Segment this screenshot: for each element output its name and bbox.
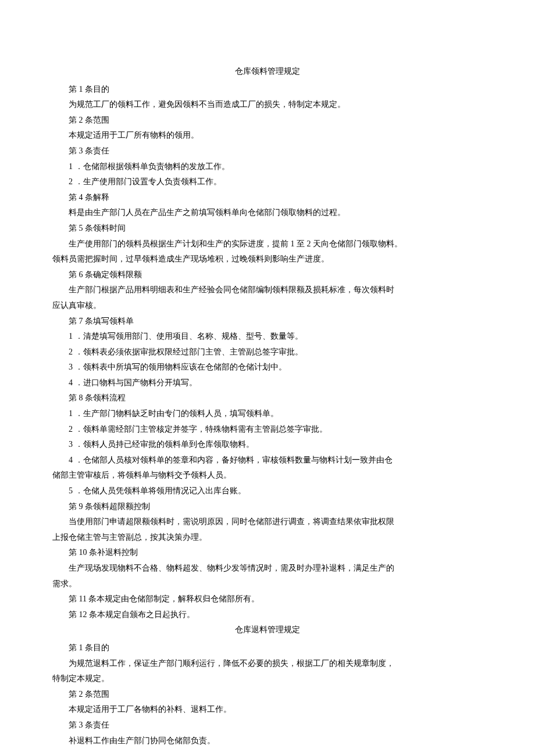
doc2-article-3-heading: 第 3 条责任 (52, 718, 483, 733)
article-1-heading: 第 1 条目的 (52, 82, 483, 98)
article-3-heading: 第 3 条责任 (52, 144, 483, 159)
doc1-title: 仓库领料管理规定 (52, 64, 483, 80)
doc2-article-1-text-line2: 特制定本规定。 (52, 671, 483, 687)
article-2-heading: 第 2 条范围 (52, 113, 483, 128)
article-6-text-line2: 应认真审核。 (52, 298, 483, 314)
article-6-heading: 第 6 条确定领料限额 (52, 267, 483, 283)
article-8-item-2: 2 ．领料单需经部门主管核定并签字，特殊物料需有主管副总签字审批。 (52, 422, 483, 438)
article-5-text-line2: 领料员需把握时间，过早领料造成生产现场堆积，过晚领料则影响生产进度。 (52, 252, 483, 267)
article-10-text-line1: 生产现场发现物料不合格、物料超发、物料少发等情况时，需及时办理补退料，满足生产的 (52, 561, 483, 576)
article-7-item-2: 2 ．领料表必须依据审批权限经过部门主管、主管副总签字审批。 (52, 345, 483, 360)
article-8-item-5: 5 ．仓储人员凭领料单将领用情况记入出库台账。 (52, 483, 483, 499)
article-11: 第 11 条本规定由仓储部制定，解释权归仓储部所有。 (52, 592, 483, 607)
article-7-heading: 第 7 条填写领料单 (52, 314, 483, 329)
article-1-text: 为规范工厂的领料工作，避免因领料不当而造成工厂的损失，特制定本规定。 (52, 97, 483, 113)
article-8-item-3: 3 ．领料人员持已经审批的领料单到仓库领取物料。 (52, 437, 483, 453)
article-7-item-4: 4 ．进口物料与国产物料分开填写。 (52, 375, 483, 391)
article-4-text: 料是由生产部门人员在产品生产之前填写领料单向仓储部门领取物料的过程。 (52, 205, 483, 221)
article-4-heading: 第 4 条解释 (52, 190, 483, 206)
doc2-article-2-text: 本规定适用于工厂各物料的补料、退料工作。 (52, 702, 483, 718)
article-8-item-4-line2: 储部主管审核后，将领料单与物料交予领料人员。 (52, 468, 483, 483)
article-8-heading: 第 8 条领料流程 (52, 390, 483, 406)
article-8-item-4-line1: 4 ．仓储部人员核对领料单的签章和内容，备好物料，审核领料数量与物料计划一致并由… (52, 453, 483, 468)
doc2-article-1-heading: 第 1 条目的 (52, 640, 483, 656)
doc2-article-1-text-line1: 为规范退料工作，保证生产部门顺利运行，降低不必要的损失，根据工厂的相关规章制度， (52, 656, 483, 672)
article-5-text-line1: 生产使用部门的领料员根据生产计划和生产的实际进度，提前 1 至 2 天向仓储部门… (52, 237, 483, 252)
article-2-text: 本规定适用于工厂所有物料的领用。 (52, 128, 483, 144)
article-12: 第 12 条本规定自颁布之日起执行。 (52, 607, 483, 623)
article-9-heading: 第 9 条领料超限额控制 (52, 499, 483, 515)
article-10-heading: 第 10 条补退料控制 (52, 545, 483, 561)
article-7-item-1: 1 ．清楚填写领用部门、使用项目、名称、规格、型号、数量等。 (52, 329, 483, 345)
article-9-text-line1: 当使用部门申请超限额领料时，需说明原因，同时仓储部进行调查，将调查结果依审批权限 (52, 514, 483, 530)
article-6-text-line1: 生产部门根据产品用料明细表和生产经验会同仓储部编制领料限额及损耗标准，每次领料时 (52, 282, 483, 298)
doc2-article-2-heading: 第 2 条范围 (52, 687, 483, 703)
doc2-title: 仓库退料管理规定 (52, 622, 483, 638)
doc2-article-3-text: 补退料工作由生产部门协同仓储部负责。 (52, 733, 483, 749)
article-3-item-1: 1 ．仓储部根据领料单负责物料的发放工作。 (52, 159, 483, 175)
article-3-item-2: 2 ．生产使用部门设置专人负责领料工作。 (52, 174, 483, 190)
article-8-item-1: 1 ．生产部门物料缺乏时由专门的领料人员，填写领料单。 (52, 406, 483, 422)
article-10-text-line2: 需求。 (52, 576, 483, 592)
article-7-item-3: 3 ．领料表中所填写的领用物料应该在仓储部的仓储计划中。 (52, 360, 483, 375)
article-9-text-line2: 上报仓储主管与主管副总，按其决策办理。 (52, 530, 483, 546)
article-5-heading: 第 5 条领料时间 (52, 221, 483, 237)
